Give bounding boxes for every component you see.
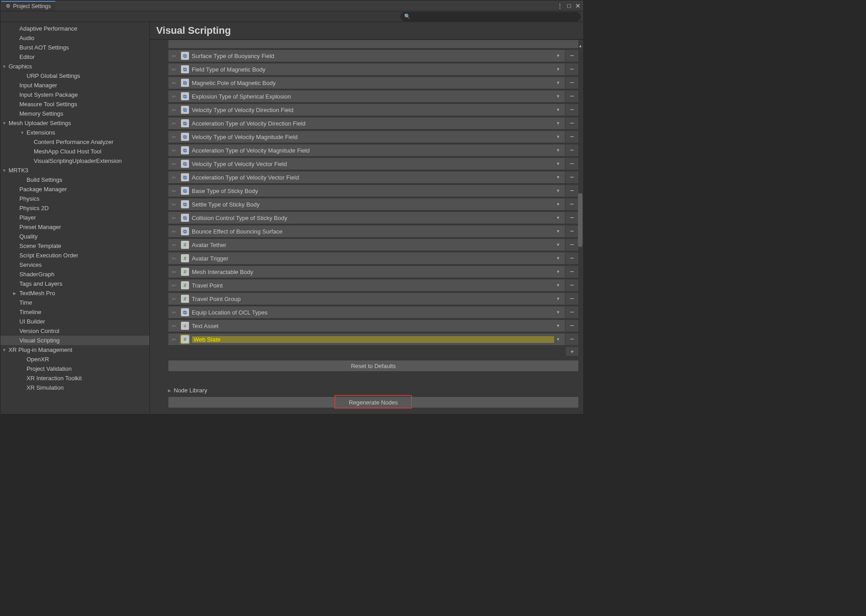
remove-item-button[interactable]: −: [565, 252, 578, 264]
remove-item-button[interactable]: −: [565, 306, 578, 318]
chevron-down-icon[interactable]: ▼: [554, 67, 562, 72]
chevron-down-icon[interactable]: ▼: [554, 324, 562, 328]
remove-item-button[interactable]: −: [565, 266, 578, 278]
remove-item-button[interactable]: −: [565, 279, 578, 291]
foldout-icon[interactable]: ▶: [13, 291, 18, 296]
drag-handle-icon[interactable]: ═: [169, 120, 178, 126]
drag-handle-icon[interactable]: ═: [169, 188, 178, 194]
type-list-item[interactable]: ═⧉Acceleration Type of Velocity Magnitud…: [168, 144, 579, 157]
sidebar-item-urp-global-settings[interactable]: ▼URP Global Settings: [0, 71, 149, 81]
sidebar-item-burst-aot-settings[interactable]: ▼Burst AOT Settings: [0, 43, 149, 52]
type-list-item[interactable]: ═⧉Bounce Effect of Bouncing Surface▼−: [168, 225, 579, 238]
drag-handle-icon[interactable]: ═: [169, 296, 178, 302]
type-list-item[interactable]: ═#Web Slate▼−: [168, 333, 579, 346]
drag-handle-icon[interactable]: ═: [169, 147, 178, 153]
type-list-item[interactable]: ═⧉Magnetic Pole of Magnetic Body▼−: [168, 76, 579, 89]
sidebar-item-textmesh-pro[interactable]: ▶TextMesh Pro: [0, 288, 149, 298]
chevron-down-icon[interactable]: ▼: [554, 243, 562, 247]
chevron-down-icon[interactable]: ▼: [554, 108, 562, 112]
remove-item-button[interactable]: −: [565, 320, 578, 332]
sidebar-item-mesh-uploader-settings[interactable]: ▼Mesh Uploader Settings: [0, 118, 149, 128]
drag-handle-icon[interactable]: ═: [169, 255, 178, 261]
remove-item-button[interactable]: −: [565, 293, 578, 305]
remove-item-button[interactable]: −: [565, 104, 578, 116]
sidebar-item-version-control[interactable]: ▼Version Control: [0, 326, 149, 336]
remove-item-button[interactable]: −: [565, 239, 578, 251]
settings-sidebar[interactable]: ▼Adaptive Performance▼Audio▼Burst AOT Se…: [0, 22, 150, 414]
sidebar-item-project-validation[interactable]: ▼Project Validation: [0, 364, 149, 373]
remove-item-button[interactable]: −: [565, 333, 578, 345]
remove-item-button[interactable]: −: [565, 131, 578, 143]
remove-item-button[interactable]: −: [565, 77, 578, 89]
drag-handle-icon[interactable]: ═: [169, 309, 178, 315]
sidebar-item-tags-and-layers[interactable]: ▼Tags and Layers: [0, 279, 149, 288]
type-list-item[interactable]: ═⧉Velocity Type of Velocity Vector Field…: [168, 157, 579, 170]
sidebar-item-shadergraph[interactable]: ▼ShaderGraph: [0, 270, 149, 279]
drag-handle-icon[interactable]: ═: [169, 80, 178, 86]
sidebar-item-visual-scripting[interactable]: ▼Visual Scripting: [0, 336, 149, 345]
chevron-down-icon[interactable]: ▼: [554, 81, 562, 85]
chevron-down-icon[interactable]: ▼: [554, 229, 562, 234]
scrollbar-thumb[interactable]: [578, 193, 582, 247]
scrollbar[interactable]: ▲: [578, 49, 582, 409]
type-list-item[interactable]: ═⧉Equip Location of OCL Types▼−: [168, 306, 579, 319]
drag-handle-icon[interactable]: ═: [169, 134, 178, 140]
sidebar-item-services[interactable]: ▼Services: [0, 260, 149, 270]
foldout-icon[interactable]: ▼: [20, 130, 26, 135]
sidebar-item-input-manager[interactable]: ▼Input Manager: [0, 81, 149, 90]
type-list-item[interactable]: ═#Travel Point▼−: [168, 279, 579, 292]
remove-item-button[interactable]: −: [565, 171, 578, 183]
chevron-down-icon[interactable]: ▼: [554, 175, 562, 180]
chevron-down-icon[interactable]: ▼: [554, 162, 562, 166]
main-content[interactable]: ═⧉Surface Type of Buoyancy Field▼−═⧉Fiel…: [150, 40, 583, 414]
type-list-item[interactable]: ═#Mesh Interactable Body▼−: [168, 265, 579, 278]
chevron-down-icon[interactable]: ▼: [554, 297, 562, 301]
drag-handle-icon[interactable]: ═: [169, 201, 178, 207]
menu-icon[interactable]: ⋮: [556, 2, 564, 9]
remove-item-button[interactable]: −: [565, 185, 578, 197]
type-list-item[interactable]: ═⧉Field Type of Magnetic Body▼−: [168, 63, 579, 76]
sidebar-item-scene-template[interactable]: ▼Scene Template: [0, 241, 149, 251]
search-input[interactable]: [401, 12, 581, 21]
drag-handle-icon[interactable]: ═: [169, 242, 178, 248]
chevron-down-icon[interactable]: ▼: [554, 216, 562, 220]
type-list-item[interactable]: ═#Avatar Trigger▼−: [168, 252, 579, 265]
foldout-icon[interactable]: ▼: [2, 168, 8, 173]
drag-handle-icon[interactable]: ═: [169, 174, 178, 180]
type-list-item[interactable]: ═⧉Velocity Type of Velocity Magnitude Fi…: [168, 130, 579, 143]
sidebar-item-memory-settings[interactable]: ▼Memory Settings: [0, 109, 149, 118]
chevron-down-icon[interactable]: ▼: [554, 202, 562, 207]
type-list-item[interactable]: ═⧉Velocity Type of Velocity Direction Fi…: [168, 103, 579, 116]
maximize-icon[interactable]: ▢: [565, 2, 573, 9]
sidebar-item-editor[interactable]: ▼Editor: [0, 52, 149, 62]
chevron-down-icon[interactable]: ▼: [554, 283, 562, 288]
drag-handle-icon[interactable]: ═: [169, 269, 178, 275]
sidebar-item-openxr[interactable]: ▼OpenXR: [0, 355, 149, 364]
sidebar-item-package-manager[interactable]: ▼Package Manager: [0, 184, 149, 194]
remove-item-button[interactable]: −: [565, 90, 578, 102]
drag-handle-icon[interactable]: ═: [169, 336, 178, 342]
type-list-item[interactable]: ═#Travel Point Group▼−: [168, 292, 579, 305]
sidebar-item-audio[interactable]: ▼Audio: [0, 33, 149, 43]
node-library-header[interactable]: ▶ Node Library: [168, 376, 579, 396]
sidebar-item-content-performance-analyzer[interactable]: ▼Content Performance Analyzer: [0, 137, 149, 147]
remove-item-button[interactable]: −: [565, 50, 578, 62]
add-type-button[interactable]: +: [565, 346, 579, 356]
chevron-down-icon[interactable]: ▼: [554, 310, 562, 315]
sidebar-item-quality[interactable]: ▼Quality: [0, 232, 149, 241]
foldout-icon[interactable]: ▼: [2, 64, 8, 69]
sidebar-item-timeline[interactable]: ▼Timeline: [0, 307, 149, 317]
sidebar-item-input-system-package[interactable]: ▼Input System Package: [0, 90, 149, 99]
drag-handle-icon[interactable]: ═: [169, 282, 178, 288]
remove-item-button[interactable]: −: [565, 117, 578, 129]
sidebar-item-preset-manager[interactable]: ▼Preset Manager: [0, 222, 149, 232]
remove-item-button[interactable]: −: [565, 212, 578, 224]
sidebar-item-physics[interactable]: ▼Physics: [0, 194, 149, 203]
type-list-item[interactable]: ═⧉Settle Type of Sticky Body▼−: [168, 198, 579, 211]
drag-handle-icon[interactable]: ═: [169, 161, 178, 167]
chevron-down-icon[interactable]: ▼: [554, 94, 562, 99]
drag-handle-icon[interactable]: ═: [169, 323, 178, 329]
sidebar-item-meshapp-cloud-host-tool[interactable]: ▼MeshApp Cloud Host Tool: [0, 147, 149, 156]
remove-item-button[interactable]: −: [565, 225, 578, 237]
sidebar-item-visualscriptinguploaderextension[interactable]: ▼VisualScriptingUploaderExtension: [0, 156, 149, 166]
